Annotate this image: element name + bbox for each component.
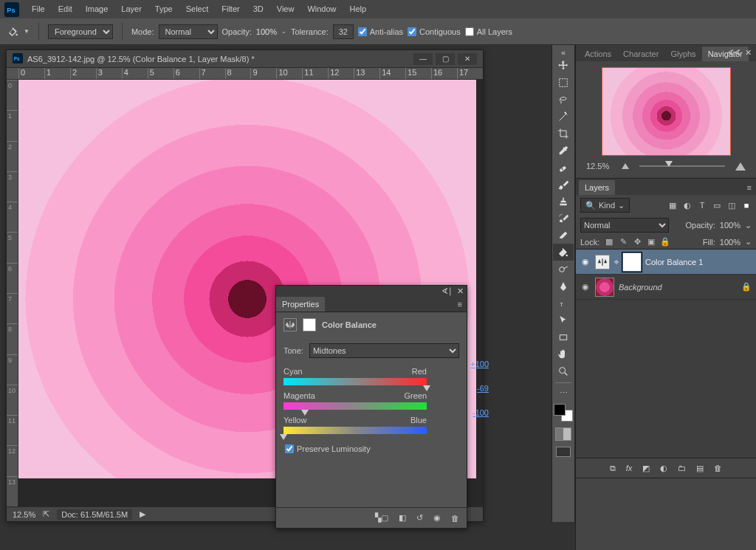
layer-opacity-value[interactable]: 100% (720, 221, 740, 230)
lasso-tool[interactable] (553, 91, 574, 108)
quick-mask-toggle[interactable] (555, 427, 571, 441)
slider-handle[interactable] (301, 410, 309, 416)
lock-all-icon[interactable]: 🔒 (660, 237, 670, 247)
slider-handle[interactable] (423, 385, 430, 391)
healing-brush-tool[interactable] (553, 159, 574, 176)
tab-actions[interactable]: Actions (579, 47, 617, 61)
collapse-icon[interactable]: ∢∣ (441, 286, 453, 296)
menu-view[interactable]: View (270, 0, 301, 18)
new-layer-icon[interactable]: ▤ (696, 464, 704, 473)
menu-file[interactable]: File (25, 0, 52, 18)
eyedropper-tool[interactable] (553, 142, 574, 159)
chevron-right-icon[interactable]: ▶ (140, 509, 145, 519)
collapse-tools-icon[interactable]: « (552, 48, 574, 57)
zoom-level[interactable]: 12.5% (13, 510, 35, 519)
layer-row[interactable]: ◉ Background 🔒 (576, 275, 756, 300)
filter-shape-icon[interactable]: ▭ (712, 201, 722, 210)
tolerance-input[interactable] (333, 24, 354, 39)
visibility-toggle-icon[interactable]: ◉ (580, 282, 591, 292)
antialias-checkbox[interactable] (358, 27, 367, 36)
close-button[interactable]: ✕ (458, 53, 477, 65)
zoom-in-icon[interactable] (735, 162, 746, 171)
tab-layers[interactable]: Layers (579, 180, 615, 195)
fill-value[interactable]: 100% (720, 238, 740, 247)
history-brush-tool[interactable] (553, 210, 574, 227)
chevron-down-icon[interactable]: ⌄ (745, 237, 752, 247)
path-selection-tool[interactable] (553, 312, 574, 329)
toggle-visibility-icon[interactable]: ◉ (433, 513, 441, 523)
minimize-button[interactable]: — (413, 53, 433, 65)
view-previous-icon[interactable]: ◧ (399, 513, 406, 523)
close-icon[interactable]: ✕ (457, 286, 464, 296)
clip-to-layer-icon[interactable]: ▚▢ (375, 513, 388, 523)
paint-bucket-tool[interactable] (553, 244, 574, 261)
mask-thumb-icon[interactable] (303, 318, 316, 331)
menu-image[interactable]: Image (79, 0, 115, 18)
opacity-value[interactable]: 100% (256, 27, 277, 36)
eraser-tool[interactable] (553, 227, 574, 244)
menu-filter[interactable]: Filter (215, 0, 246, 18)
menu-layer[interactable]: Layer (114, 0, 148, 18)
all-layers-checkbox[interactable] (465, 27, 474, 36)
contiguous-checkbox[interactable] (408, 27, 416, 36)
dropdown-arrow-icon[interactable]: ⌄ (281, 28, 286, 35)
filter-adjustment-icon[interactable]: ◐ (682, 201, 693, 210)
menu-edit[interactable]: Edit (52, 0, 79, 18)
pen-tool[interactable] (553, 278, 574, 295)
brush-tool[interactable] (553, 176, 574, 193)
dodge-tool[interactable] (553, 261, 574, 278)
add-mask-icon[interactable]: ◩ (642, 464, 650, 473)
panel-menu-icon[interactable]: ≡ (453, 297, 467, 312)
layer-thumb[interactable] (595, 278, 614, 297)
marquee-tool[interactable] (553, 74, 574, 91)
crop-tool[interactable] (553, 125, 574, 142)
zoom-tool[interactable] (553, 362, 574, 379)
new-adjustment-icon[interactable]: ◐ (660, 464, 667, 473)
filter-kind-dropdown[interactable]: 🔍 Kind ⌄ (580, 198, 630, 213)
menu-3d[interactable]: 3D (247, 0, 270, 18)
tab-character[interactable]: Character (617, 47, 664, 61)
layer-name[interactable]: Color Balance 1 (645, 258, 752, 267)
hand-tool[interactable] (553, 346, 574, 362)
preserve-luminosity-checkbox[interactable] (285, 444, 294, 453)
fill-source-dropdown[interactable]: Foreground (48, 24, 113, 39)
maximize-button[interactable]: ▢ (436, 53, 455, 65)
dropdown-arrow-icon[interactable]: ▼ (24, 28, 30, 35)
move-tool[interactable] (553, 57, 574, 74)
layer-row[interactable]: ◉ ⎆ Color Balance 1 (576, 250, 756, 275)
lock-transparency-icon[interactable]: ▩ (604, 237, 614, 247)
lock-pixels-icon[interactable]: ✎ (618, 237, 628, 247)
menu-type[interactable]: Type (148, 0, 179, 18)
menu-help[interactable]: Help (343, 0, 374, 18)
magic-wand-tool[interactable] (553, 108, 574, 125)
chevron-down-icon[interactable]: ⌄ (745, 221, 752, 230)
link-layers-icon[interactable]: ⧉ (610, 464, 616, 473)
slider-value-mg[interactable]: -69 (464, 384, 489, 393)
navigator-zoom-value[interactable]: 12.5% (586, 162, 616, 171)
ruler-vertical[interactable]: 012345678910111213 (7, 80, 18, 506)
visibility-toggle-icon[interactable]: ◉ (580, 257, 591, 267)
layer-mask-thumb[interactable] (623, 253, 641, 271)
tab-properties[interactable]: Properties (276, 297, 325, 312)
blend-mode-dropdown[interactable]: Normal (159, 24, 218, 39)
type-tool[interactable]: T (553, 295, 574, 312)
navigator-thumbnail[interactable] (602, 67, 731, 156)
panel-menu-icon[interactable]: ≡ (743, 180, 756, 195)
expand-icon[interactable]: ⇱ (43, 509, 49, 519)
zoom-slider[interactable] (635, 162, 729, 170)
doc-info[interactable]: Doc: 61.5M/61.5M (57, 509, 132, 520)
clone-stamp-tool[interactable] (553, 193, 574, 210)
slider-value-yb[interactable]: -100 (464, 408, 489, 417)
rectangle-tool[interactable] (553, 329, 574, 346)
menu-select[interactable]: Select (179, 0, 216, 18)
filter-pixel-icon[interactable]: ▦ (667, 201, 678, 210)
reset-icon[interactable]: ↺ (416, 513, 423, 523)
delete-icon[interactable]: 🗑 (451, 514, 459, 523)
lock-position-icon[interactable]: ✥ (632, 237, 642, 247)
new-group-icon[interactable]: 🗀 (678, 464, 686, 472)
layer-blend-dropdown[interactable]: Normal (580, 218, 669, 233)
document-titlebar[interactable]: Ps AS6_3912-142.jpg @ 12.5% (Color Balan… (7, 50, 483, 68)
screen-mode-toggle[interactable] (556, 447, 571, 457)
tab-glyphs[interactable]: Glyphs (664, 47, 701, 61)
zoom-out-icon[interactable] (622, 163, 629, 169)
